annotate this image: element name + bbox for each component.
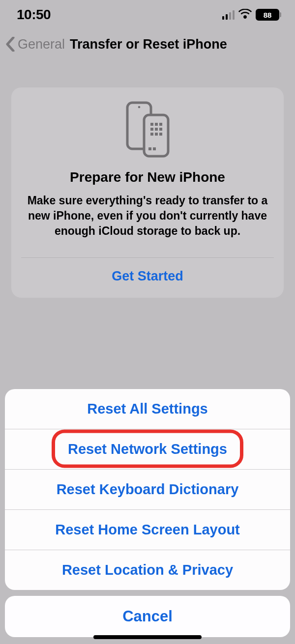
status-bar: 10:50 88 xyxy=(0,0,295,27)
prepare-card: Prepare for New iPhone Make sure everyth… xyxy=(11,87,284,298)
svg-rect-7 xyxy=(155,128,158,131)
svg-point-1 xyxy=(138,106,140,109)
svg-rect-13 xyxy=(153,147,156,150)
sheet-item-label: Reset Network Settings xyxy=(68,441,227,457)
svg-rect-9 xyxy=(150,133,153,136)
phones-icon xyxy=(23,101,272,158)
card-body: Make sure everything's ready to transfer… xyxy=(23,193,272,239)
nav-back-label[interactable]: General xyxy=(18,37,65,52)
svg-rect-6 xyxy=(150,128,153,131)
sheet-item-reset-all-settings[interactable]: Reset All Settings xyxy=(5,389,290,429)
status-time: 10:50 xyxy=(17,7,51,23)
nav-title: Transfer or Reset iPhone xyxy=(70,37,227,52)
nav-bar: General Transfer or Reset iPhone xyxy=(0,27,295,62)
battery-icon: 88 xyxy=(256,9,281,21)
action-sheet: Reset All Settings Reset Network Setting… xyxy=(5,389,290,637)
card-title: Prepare for New iPhone xyxy=(23,169,272,185)
svg-rect-3 xyxy=(150,123,153,126)
sheet-item-reset-home-screen-layout[interactable]: Reset Home Screen Layout xyxy=(5,510,290,550)
home-indicator[interactable] xyxy=(93,635,202,639)
sheet-item-reset-location-privacy[interactable]: Reset Location & Privacy xyxy=(5,550,290,590)
cellular-icon xyxy=(222,10,235,20)
sheet-item-reset-network-settings[interactable]: Reset Network Settings xyxy=(5,429,290,470)
svg-rect-5 xyxy=(159,123,162,126)
svg-rect-11 xyxy=(159,133,162,136)
cancel-button[interactable]: Cancel xyxy=(5,596,290,637)
wifi-icon xyxy=(238,9,252,21)
svg-rect-4 xyxy=(155,123,158,126)
svg-rect-10 xyxy=(155,133,158,136)
get-started-button[interactable]: Get Started xyxy=(23,258,272,298)
status-icons: 88 xyxy=(222,9,282,21)
sheet-group: Reset All Settings Reset Network Setting… xyxy=(5,389,290,590)
svg-rect-8 xyxy=(159,128,162,131)
sheet-item-reset-keyboard-dictionary[interactable]: Reset Keyboard Dictionary xyxy=(5,470,290,510)
chevron-back-icon[interactable] xyxy=(5,35,16,53)
svg-rect-12 xyxy=(148,147,151,150)
